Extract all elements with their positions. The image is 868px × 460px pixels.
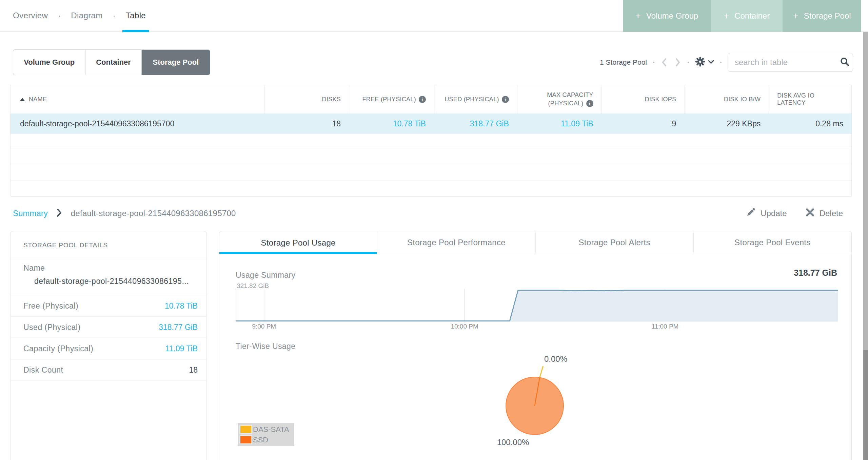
legend-item-das-sata: DAS-SATA — [239, 425, 293, 434]
pie-legend: DAS-SATA SSD — [238, 423, 294, 446]
cell-disks: 18 — [264, 113, 349, 134]
svg-text:100.00%: 100.00% — [497, 438, 529, 447]
view-switcher: Overview · Diagram · Table — [0, 0, 146, 31]
chevron-right-icon — [57, 208, 62, 218]
scrollbar-thumb[interactable] — [863, 350, 868, 460]
nav-separator: · — [58, 11, 61, 20]
info-icon[interactable] — [502, 96, 509, 103]
add-storage-pool-button[interactable]: + Storage Pool — [783, 0, 861, 32]
details-row-capacity: Capacity (Physical) 11.09 TiB — [11, 338, 206, 359]
cell-disk-iops: 9 — [601, 113, 685, 134]
separator-dot — [720, 62, 722, 63]
tab-storage-pool-usage[interactable]: Storage Pool Usage — [219, 231, 377, 254]
details-row-free: Free (Physical) 10.78 TiB — [11, 295, 206, 317]
details-row-disk-count: Disk Count 18 — [11, 359, 206, 381]
details-name-label: Name — [23, 264, 198, 273]
column-header-name[interactable]: NAME — [11, 85, 264, 113]
entity-type-switcher: Volume Group Container Storage Pool — [13, 49, 210, 75]
info-icon[interactable] — [586, 100, 593, 107]
table-row-storage-pool[interactable]: default-storage-pool-2154409633086195700… — [11, 113, 851, 134]
table-header-row: NAME DISKS FREE (PHYSICAL) USED (PHYSICA… — [11, 85, 851, 113]
breadcrumb-summary-link[interactable]: Summary — [13, 209, 48, 218]
details-name-row: Name default-storage-pool-21544096330861… — [11, 258, 206, 295]
details-row-used: Used (Physical) 318.77 GiB — [11, 317, 206, 338]
cell-disk-io-bw: 229 KBps — [684, 113, 769, 134]
delete-button[interactable]: Delete — [806, 208, 843, 218]
breadcrumb-entity-name: default-storage-pool-2154409633086195700 — [71, 209, 236, 218]
table-empty-row — [11, 163, 851, 180]
breadcrumb: Summary default-storage-pool-21544096330… — [13, 203, 236, 224]
usage-area-chart: 9:00 PM10:00 PM11:00 PM — [236, 288, 838, 332]
page-next-button[interactable] — [674, 59, 682, 66]
tier-wise-usage-title: Tier-Wise Usage — [236, 342, 295, 351]
cell-max-capacity: 11.09 TiB — [517, 113, 601, 134]
column-header-disk-iops[interactable]: DISK IOPS — [601, 85, 685, 113]
detail-panel: Storage Pool Usage Storage Pool Performa… — [219, 231, 852, 460]
legend-swatch-ssd — [239, 435, 252, 444]
table-search — [728, 53, 853, 72]
add-container-button[interactable]: + Container — [711, 0, 783, 32]
empty-rows — [11, 134, 851, 196]
add-volume-group-button[interactable]: + Volume Group — [623, 0, 711, 32]
sort-asc-icon — [20, 98, 25, 101]
column-header-max-capacity[interactable]: MAX CAPACITY (PHYSICAL) — [517, 85, 601, 113]
info-icon[interactable] — [419, 96, 426, 103]
tab-volume-group[interactable]: Volume Group — [13, 50, 85, 75]
search-input[interactable] — [735, 58, 840, 67]
column-header-disk-avg-io-latency[interactable]: DISK AVG IO LATENCY — [769, 85, 851, 113]
table-empty-row — [11, 180, 851, 196]
summary-bar: Summary default-storage-pool-21544096330… — [0, 203, 868, 224]
row-count-label: 1 Storage Pool — [600, 58, 647, 66]
tab-storage-pool-alerts[interactable]: Storage Pool Alerts — [536, 231, 694, 254]
svg-text:0.00%: 0.00% — [544, 354, 567, 363]
storage-pool-details-card: STORAGE POOL DETAILS Name default-storag… — [10, 231, 207, 460]
page-previous-button[interactable] — [660, 59, 668, 66]
nav-separator: · — [113, 11, 116, 20]
cell-free-physical: 10.78 TiB — [349, 113, 434, 134]
chevron-down-icon — [708, 59, 714, 65]
header-actions: + Volume Group + Container + Storage Poo… — [623, 0, 861, 32]
summary-actions: Update Delete — [746, 203, 843, 224]
table-toolbar: 1 Storage Pool — [600, 49, 853, 75]
plus-icon: + — [635, 11, 641, 21]
pencil-icon — [746, 208, 755, 219]
nav-table[interactable]: Table — [126, 0, 146, 32]
details-title: STORAGE POOL DETAILS — [11, 231, 206, 258]
cell-name: default-storage-pool-2154409633086195700 — [11, 113, 264, 134]
gear-icon — [695, 57, 705, 68]
search-icon[interactable] — [840, 57, 849, 68]
legend-swatch-das-sata — [239, 425, 252, 434]
cell-disk-avg-io-latency: 0.28 ms — [769, 113, 851, 134]
update-button[interactable]: Update — [746, 208, 787, 219]
column-header-disks[interactable]: DISKS — [264, 85, 349, 113]
plus-icon: + — [793, 11, 798, 21]
tab-container[interactable]: Container — [85, 50, 141, 75]
nav-overview[interactable]: Overview — [13, 0, 48, 32]
usage-summary-title: Usage Summary — [236, 271, 295, 280]
tab-storage-pool-performance[interactable]: Storage Pool Performance — [377, 231, 535, 254]
svg-text:11:00 PM: 11:00 PM — [651, 323, 678, 330]
details-name-value: default-storage-pool-2154409633086195... — [23, 277, 198, 286]
legend-item-ssd: SSD — [239, 435, 293, 444]
nav-diagram[interactable]: Diagram — [71, 0, 103, 32]
separator-dot — [653, 62, 654, 63]
column-header-free-physical[interactable]: FREE (PHYSICAL) — [349, 85, 434, 113]
table-empty-row — [11, 147, 851, 163]
tier-pie-chart: 0.00%100.00% — [475, 351, 597, 454]
storage-pool-table: NAME DISKS FREE (PHYSICAL) USED (PHYSICA… — [10, 85, 852, 196]
plus-icon: + — [724, 11, 729, 21]
usage-current-value: 318.77 GiB — [794, 268, 837, 278]
svg-text:10:00 PM: 10:00 PM — [451, 323, 478, 330]
column-header-disk-io-bw[interactable]: DISK IO B/W — [684, 85, 769, 113]
cell-used-physical: 318.77 GiB — [434, 113, 517, 134]
column-header-used-physical[interactable]: USED (PHYSICAL) — [434, 85, 517, 113]
separator-dot — [688, 62, 689, 63]
table-settings-button[interactable] — [695, 57, 714, 68]
top-nav: Overview · Diagram · Table + Volume Grou… — [0, 0, 868, 32]
tab-storage-pool-events[interactable]: Storage Pool Events — [694, 231, 851, 254]
svg-text:9:00 PM: 9:00 PM — [252, 323, 276, 330]
detail-tabs: Storage Pool Usage Storage Pool Performa… — [219, 231, 851, 254]
table-empty-row — [11, 134, 851, 147]
tab-storage-pool[interactable]: Storage Pool — [142, 50, 210, 75]
x-icon — [806, 208, 814, 218]
